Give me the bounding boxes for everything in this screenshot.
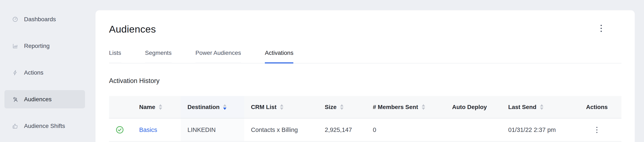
sidebar-item-audience-shifts[interactable]: Audience Shifts xyxy=(4,117,85,135)
panel-header: Audiences Lists Segments Power Audiences… xyxy=(109,10,622,64)
column-header-destination[interactable]: Destination xyxy=(181,96,244,118)
members-sent-cell: 0 xyxy=(366,119,445,141)
table-header-row: Name Destination CRM List Size # Members… xyxy=(109,96,622,119)
more-options-icon[interactable] xyxy=(596,23,606,33)
column-header-last-send[interactable]: Last Send xyxy=(502,96,572,118)
people-icon xyxy=(12,96,18,102)
column-header-actions: Actions xyxy=(572,96,622,118)
sidebar-item-audiences[interactable]: Audiences xyxy=(4,90,85,108)
gauge-icon xyxy=(12,16,18,22)
sidebar-item-actions[interactable]: Actions xyxy=(4,64,85,82)
sidebar-item-dashboards[interactable]: Dashboards xyxy=(4,10,85,28)
section-title: Activation History xyxy=(109,77,622,84)
size-cell: 2,925,147 xyxy=(318,119,366,141)
activation-name-link[interactable]: Basics xyxy=(139,127,157,133)
tab-power-audiences[interactable]: Power Audiences xyxy=(196,49,241,63)
column-header-status xyxy=(109,96,132,118)
column-header-auto-deploy: Auto Deploy xyxy=(445,96,502,118)
tab-activations[interactable]: Activations xyxy=(265,49,293,63)
sort-arrows-icon[interactable] xyxy=(340,104,344,110)
tab-segments[interactable]: Segments xyxy=(145,49,172,63)
sidebar-item-label: Audience Shifts xyxy=(24,123,65,129)
status-cell xyxy=(109,119,132,141)
audiences-panel: Audiences Lists Segments Power Audiences… xyxy=(96,10,635,142)
name-cell: Basics xyxy=(132,119,181,141)
audiences-tab-bar: Lists Segments Power Audiences Activatio… xyxy=(109,49,622,64)
sidebar: Dashboards Reporting Actions xyxy=(0,0,96,142)
sort-arrows-icon[interactable] xyxy=(280,104,284,110)
activation-history-table: Name Destination CRM List Size # Members… xyxy=(109,96,622,142)
auto-deploy-cell xyxy=(445,119,502,141)
column-header-size[interactable]: Size xyxy=(318,96,366,118)
crm-list-cell: Contacts x Billing xyxy=(244,119,318,141)
actions-cell xyxy=(572,119,622,141)
sidebar-item-label: Reporting xyxy=(24,43,50,49)
page-title: Audiences xyxy=(109,24,622,35)
sidebar-item-reporting[interactable]: Reporting xyxy=(4,37,85,55)
row-more-options-icon[interactable] xyxy=(594,125,600,135)
tab-lists[interactable]: Lists xyxy=(109,49,121,63)
sort-arrows-icon-active-desc[interactable] xyxy=(223,104,226,110)
sidebar-item-label: Dashboards xyxy=(24,16,56,23)
thumbs-up-icon xyxy=(12,123,18,129)
column-header-name[interactable]: Name xyxy=(132,96,181,118)
destination-cell: LINKEDIN xyxy=(181,119,244,141)
last-send-cell: 01/31/22 2:37 pm xyxy=(502,119,572,141)
lightning-icon xyxy=(12,70,18,76)
success-check-icon xyxy=(116,126,124,134)
sidebar-item-label: Audiences xyxy=(24,96,52,103)
sort-arrows-icon[interactable] xyxy=(540,104,544,110)
bar-chart-icon xyxy=(12,43,18,49)
sort-arrows-icon[interactable] xyxy=(159,104,162,110)
sidebar-item-label: Actions xyxy=(24,69,44,76)
table-row: Basics LINKEDIN Contacts x Billing 2,925… xyxy=(109,119,622,142)
column-header-members-sent[interactable]: # Members Sent xyxy=(366,96,445,118)
column-header-crm-list[interactable]: CRM List xyxy=(244,96,318,118)
sort-arrows-icon[interactable] xyxy=(422,104,425,110)
